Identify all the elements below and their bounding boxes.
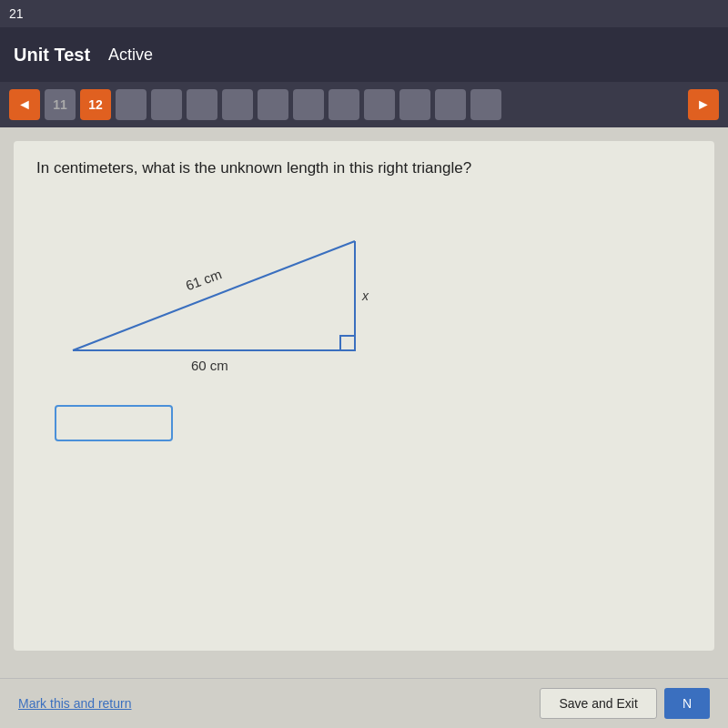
page-11-button[interactable]: 11 xyxy=(45,89,76,120)
bottom-bar: Mark this and return Save and Exit N xyxy=(0,678,728,728)
triangle-svg: 61 cm 60 cm x xyxy=(55,205,400,378)
svg-text:60 cm: 60 cm xyxy=(191,358,228,373)
next-page-button[interactable]: ► xyxy=(688,89,719,120)
answer-input[interactable] xyxy=(55,405,173,441)
bottom-right-buttons: Save and Exit N xyxy=(540,688,710,719)
page-12-button[interactable]: 12 xyxy=(80,89,111,120)
question-text: In centimeters, what is the unknown leng… xyxy=(36,159,692,177)
page-nav-10[interactable] xyxy=(364,89,395,120)
top-bar-number: 21 xyxy=(9,6,24,21)
header: Unit Test Active xyxy=(0,27,728,82)
svg-text:61 cm: 61 cm xyxy=(184,266,224,293)
page-nav-4[interactable] xyxy=(151,89,182,120)
page-nav-5[interactable] xyxy=(187,89,217,120)
svg-text:x: x xyxy=(361,288,369,303)
page-nav-11[interactable] xyxy=(399,89,430,120)
page-nav-6[interactable] xyxy=(222,89,253,120)
mark-return-button[interactable]: Mark this and return xyxy=(18,696,132,711)
page-nav-9[interactable] xyxy=(329,89,359,120)
save-exit-button[interactable]: Save and Exit xyxy=(540,688,656,719)
page-nav-12[interactable] xyxy=(435,89,466,120)
unit-test-title: Unit Test xyxy=(14,45,90,66)
svg-line-1 xyxy=(73,241,355,350)
triangle-diagram: 61 cm 60 cm x xyxy=(55,205,437,387)
main-content: In centimeters, what is the unknown leng… xyxy=(14,141,714,651)
page-nav-13[interactable] xyxy=(470,89,501,120)
next-button[interactable]: N xyxy=(664,688,710,719)
top-bar: 21 xyxy=(0,0,728,27)
navigation-bar: ◄ 11 12 ► xyxy=(0,82,728,127)
svg-rect-3 xyxy=(340,336,355,350)
prev-page-button[interactable]: ◄ xyxy=(9,89,40,120)
page-nav-7[interactable] xyxy=(258,89,288,120)
page-nav-8[interactable] xyxy=(293,89,324,120)
page-nav-3[interactable] xyxy=(116,89,147,120)
active-status: Active xyxy=(108,46,153,65)
answer-section xyxy=(55,405,673,441)
